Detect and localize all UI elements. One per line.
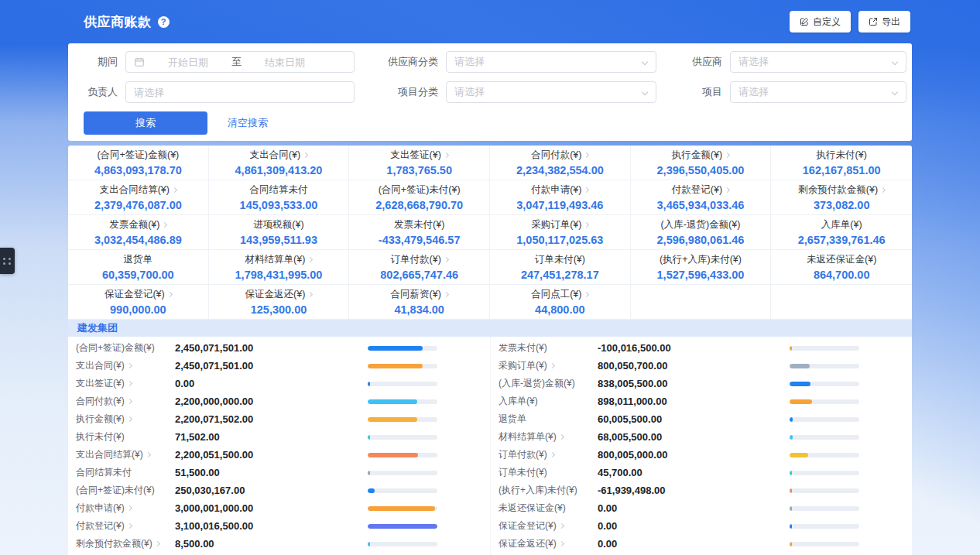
metric-progress-bar (790, 382, 859, 386)
export-button[interactable]: 导出 (858, 11, 910, 33)
stat-cell: (执行+入库)未付(¥) 1,527,596,433.00 (631, 250, 772, 285)
project-select[interactable]: 请选择 (730, 81, 906, 103)
search-button[interactable]: 搜索 (84, 111, 207, 135)
stat-cell[interactable]: 订单付款(¥) 802,665,747.46 (349, 250, 490, 285)
supplier-category-select[interactable]: 请选择 (446, 51, 656, 73)
owner-input[interactable] (134, 87, 346, 98)
stat-cell[interactable]: 合同付款(¥) 2,234,382,554.00 (490, 146, 631, 180)
group-metric-row: 入库单(¥) 898,011,000.00 (491, 392, 912, 410)
stat-cell[interactable]: 支出签证(¥) 1,783,765.50 (349, 146, 490, 180)
calendar-icon (134, 57, 145, 67)
metric-label[interactable]: 采购订单(¥) (499, 359, 598, 372)
group-metric-row: (合同+签证)未付(¥) 250,030,167.00 (68, 481, 490, 499)
stat-label: 发票金额(¥) (109, 218, 166, 231)
supplier-select[interactable]: 请选择 (730, 51, 906, 73)
stat-cell[interactable]: 剩余预付款金额(¥) 373,082.00 (771, 180, 912, 215)
stat-cell[interactable]: 保证金登记(¥) 990,000.00 (68, 285, 209, 320)
chevron-right-icon (559, 434, 564, 440)
group-name: 建发集团 (77, 321, 118, 335)
stat-cell[interactable]: 材料结算单(¥) 1,798,431,995.00 (209, 250, 350, 285)
metric-value: 71,502.00 (175, 431, 220, 443)
chevron-right-icon (444, 152, 449, 158)
metric-label[interactable]: 材料结算单(¥) (499, 430, 598, 444)
metric-label[interactable]: 订单付款(¥) (499, 448, 598, 461)
chevron-right-icon (725, 152, 730, 158)
chevron-right-icon (307, 292, 313, 297)
stats-grid: (合同+签证)金额(¥) 4,863,093,178.70 支出合同(¥) 4,… (68, 146, 912, 320)
group-metric-row: 采购订单(¥) 800,050,700.00 (491, 357, 912, 375)
group-metric-row: 合同结算未付 51,500.00 (68, 464, 490, 481)
stat-value: 41,834.00 (394, 303, 444, 316)
stat-cell: (入库-退货)金额(¥) 2,596,980,061.46 (631, 215, 772, 250)
help-icon[interactable]: ? (158, 16, 170, 28)
stat-label: 付款登记(¥) (672, 183, 729, 197)
metric-label[interactable]: 付款申请(¥) (76, 502, 175, 515)
chevron-right-icon (444, 292, 449, 297)
metric-label: (执行+入库)未付(¥) (499, 484, 598, 497)
stat-cell: 发票未付(¥) -433,479,546.57 (349, 215, 490, 250)
metric-progress-bar (790, 399, 859, 404)
stat-cell: 退货单 60,359,700.00 (68, 250, 209, 285)
metric-label[interactable]: 支出合同结算(¥) (76, 448, 175, 461)
stat-value: 1,798,431,995.00 (235, 269, 323, 281)
stat-cell[interactable]: 合同点工(¥) 44,800.00 (490, 285, 631, 320)
group-metric-row: 合同付款(¥) 2,200,000,000.00 (68, 392, 490, 410)
project-category-select[interactable]: 请选择 (446, 81, 656, 103)
stat-label: 退货单 (124, 253, 153, 266)
owner-select[interactable] (125, 81, 355, 103)
chevron-right-icon (127, 381, 132, 386)
chevron-right-icon (162, 222, 167, 228)
metric-value: 3,100,016,500.00 (175, 520, 253, 532)
stat-cell[interactable]: 支出合同(¥) 4,861,309,413.20 (209, 146, 350, 180)
stat-cell[interactable]: 执行金额(¥) 2,396,550,405.00 (631, 146, 772, 180)
stat-cell[interactable]: 采购订单(¥) 1,050,117,025.63 (490, 215, 631, 250)
chevron-right-icon (146, 452, 151, 457)
metric-value: 2,200,000,000.00 (175, 396, 253, 407)
supplier-label: 供应商 (680, 55, 722, 69)
group-metric-row: 付款申请(¥) 3,000,001,000.00 (68, 499, 490, 517)
metric-progress-bar (368, 524, 437, 529)
drawer-handle-icon[interactable] (0, 248, 15, 274)
chevron-right-icon (127, 399, 132, 404)
stat-cell[interactable]: 付款申请(¥) 3,047,119,493.46 (490, 180, 631, 215)
page-title: 供应商账款 (84, 13, 152, 31)
group-metric-row: 退货单 60,005,500.00 (491, 410, 912, 428)
clear-search-link[interactable]: 清空搜索 (228, 116, 268, 130)
stat-value: 3,465,934,033.46 (657, 199, 745, 211)
stat-cell[interactable]: 支出合同结算(¥) 2,379,476,087.00 (68, 180, 209, 215)
stat-cell[interactable]: 发票金额(¥) 3,032,454,486.89 (68, 215, 209, 250)
metric-label[interactable]: 保证金返还(¥) (499, 537, 598, 550)
metric-label[interactable]: 保证金登记(¥) (499, 519, 598, 533)
stat-cell[interactable]: 付款登记(¥) 3,465,934,033.46 (631, 180, 772, 215)
stat-value: 4,863,093,178.70 (94, 164, 182, 176)
chevron-down-icon (892, 59, 898, 65)
metric-label[interactable]: 付款登记(¥) (76, 519, 175, 533)
chevron-right-icon (584, 152, 589, 158)
metric-label[interactable]: 支出签证(¥) (76, 377, 175, 390)
chevron-right-icon (172, 187, 177, 193)
stat-label: 执行未付(¥) (817, 149, 867, 162)
supplier-accounts-page: 供应商账款 ? 自定义 导出 (0, 0, 980, 555)
owner-label: 负责人 (84, 85, 118, 99)
date-range-picker[interactable]: 至 (125, 51, 355, 73)
metric-value: 8,500.00 (175, 538, 214, 550)
metric-value: 800,050,700.00 (598, 360, 667, 372)
group-metric-row: 支出签证(¥) 0.00 (68, 375, 490, 392)
metric-label[interactable]: 支出合同(¥) (76, 359, 175, 372)
metric-value: 838,005,500.00 (598, 378, 667, 389)
metric-label[interactable]: 合同付款(¥) (76, 395, 175, 408)
stat-value: 2,396,550,405.00 (657, 164, 745, 176)
chevron-right-icon (127, 363, 132, 368)
chevron-right-icon (550, 452, 555, 457)
end-date-input[interactable] (245, 57, 325, 68)
metric-label[interactable]: 执行金额(¥) (76, 413, 175, 426)
metric-value: 2,450,071,501.00 (175, 360, 253, 372)
stat-cell[interactable]: 合同薪资(¥) 41,834.00 (349, 285, 490, 320)
stat-cell[interactable]: 保证金返还(¥) 125,300.00 (209, 285, 350, 320)
customize-button[interactable]: 自定义 (790, 11, 851, 33)
start-date-input[interactable] (148, 57, 228, 68)
metric-label: 订单未付(¥) (499, 466, 598, 479)
metric-progress-bar (368, 364, 437, 368)
page-header: 供应商账款 ? 自定义 导出 (0, 0, 980, 43)
metric-label[interactable]: 剩余预付款金额(¥) (76, 537, 175, 550)
